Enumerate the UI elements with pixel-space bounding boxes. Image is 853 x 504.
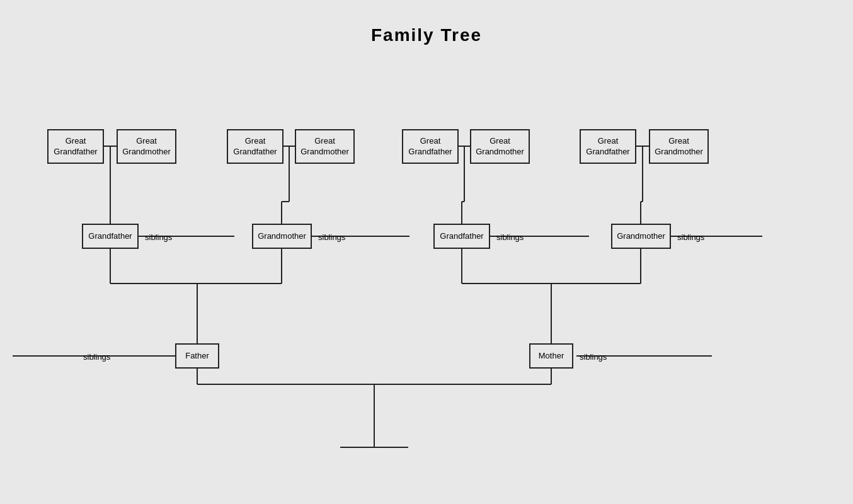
great-grandfather-1: GreatGrandfather [47,129,104,164]
great-grandmother-1: GreatGrandmother [117,129,176,164]
grandmother-1: Grandmother [252,224,312,249]
page-title: Family Tree [0,0,853,45]
grandmother-1-siblings: siblings [318,232,345,242]
father: Father [175,343,219,369]
great-grandmother-4: GreatGrandmother [649,129,709,164]
grandfather-1: Grandfather [82,224,139,249]
mother-siblings: siblings [580,352,607,362]
grandfather-2: Grandfather [433,224,490,249]
mother: Mother [529,343,573,369]
grandmother-2: Grandmother [611,224,671,249]
tree-container: GreatGrandfather GreatGrandmother GreatG… [0,76,853,504]
grandmother-2-siblings: siblings [677,232,704,242]
great-grandfather-3: GreatGrandfather [402,129,459,164]
great-grandmother-2: GreatGrandmother [295,129,355,164]
father-siblings: siblings [83,352,110,362]
great-grandmother-3: GreatGrandmother [470,129,530,164]
grandfather-1-siblings: siblings [145,232,172,242]
great-grandfather-2: GreatGrandfather [227,129,283,164]
great-grandfather-4: GreatGrandfather [580,129,636,164]
grandfather-2-siblings: siblings [496,232,524,242]
